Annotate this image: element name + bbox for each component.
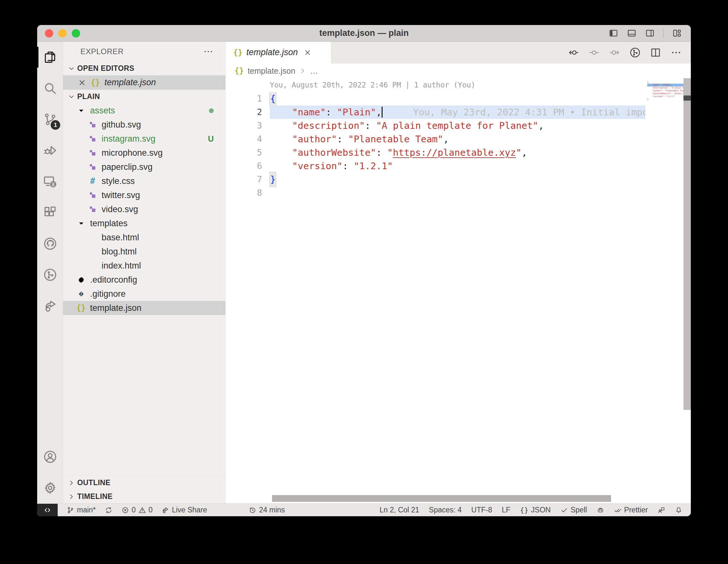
- modified-folder-badge: [209, 108, 214, 113]
- copilot-status[interactable]: [597, 506, 604, 514]
- chevron-down-icon: [68, 65, 75, 72]
- tree-item-twitter.svg[interactable]: twitter.svg: [63, 188, 225, 202]
- time-tracker-status[interactable]: 24 mins: [249, 506, 285, 514]
- code-token: "Planetable Team": [665, 89, 683, 92]
- live-share-status[interactable]: Live Share: [161, 506, 207, 514]
- tree-item-instagram.svg[interactable]: instagram.svgU: [63, 132, 225, 146]
- tree-item-blog.html[interactable]: blog.html: [63, 245, 225, 259]
- code-editor[interactable]: You, August 20th, 2022 2:46 PM | 1 autho…: [226, 78, 691, 503]
- gitlens-graph-icon[interactable]: [629, 47, 641, 58]
- tree-item-templates[interactable]: templates: [63, 216, 225, 230]
- project-section-header[interactable]: PLAIN: [63, 90, 225, 104]
- close-tab-icon[interactable]: [304, 49, 311, 56]
- eol-status[interactable]: LF: [502, 506, 510, 514]
- code-token: :: [343, 159, 354, 173]
- previous-change-icon[interactable]: [568, 47, 579, 58]
- tree-item-.editorconfig[interactable]: .editorconfig: [63, 273, 225, 287]
- split-editor-icon[interactable]: [650, 47, 661, 58]
- open-editors-header[interactable]: OPEN EDITORS: [63, 62, 225, 75]
- line-content: }: [647, 98, 649, 101]
- line-number: 6: [226, 159, 270, 173]
- breadcrumb-symbol[interactable]: …: [310, 66, 318, 76]
- git-untracked-badge: U: [208, 134, 214, 144]
- tree-item-assets[interactable]: assets: [63, 104, 225, 118]
- sync-status[interactable]: [105, 506, 112, 514]
- activity-item-source-control[interactable]: 1: [37, 104, 63, 135]
- code-token: "A plain template for Planet": [376, 119, 538, 132]
- activity-item-extensions[interactable]: [37, 197, 63, 228]
- next-change-icon[interactable]: [609, 47, 620, 58]
- text-cursor: [382, 107, 383, 118]
- language-label: JSON: [531, 506, 550, 514]
- activity-item-explorer[interactable]: [37, 42, 63, 73]
- breadcrumb[interactable]: {} template.json …: [226, 63, 691, 78]
- tree-item-label: templates: [90, 219, 128, 228]
- remote-indicator[interactable]: [37, 504, 58, 516]
- tab-template-json[interactable]: {} template.json: [226, 42, 331, 63]
- json-icon: {}: [76, 303, 86, 312]
- language-status[interactable]: {} JSON: [520, 506, 551, 514]
- tree-item-style.css[interactable]: #style.css: [63, 174, 225, 188]
- titlebar[interactable]: template.json — plain: [37, 25, 691, 42]
- warning-icon: [138, 506, 146, 514]
- activity-item-run-and-debug[interactable]: [37, 135, 63, 166]
- tree-item-template.json[interactable]: {}template.json: [63, 301, 225, 315]
- gitlens-codelens[interactable]: You, August 20th, 2022 2:46 PM | 1 autho…: [270, 81, 475, 89]
- open-editor-template-json[interactable]: {} template.json: [63, 75, 225, 90]
- minimap-line-6: "version": "1.2.1": [647, 95, 683, 98]
- vertical-scrollbar[interactable]: [683, 78, 691, 410]
- tree-item-github.svg[interactable]: github.svg: [63, 118, 225, 132]
- encoding-status[interactable]: UTF-8: [471, 506, 492, 514]
- tree-item-.gitignore[interactable]: .gitignore: [63, 287, 225, 301]
- code-token: "author": [292, 132, 337, 146]
- tree-item-base.html[interactable]: base.html: [63, 230, 225, 245]
- live-share-label: Live Share: [172, 506, 207, 514]
- activity-item-github[interactable]: [37, 228, 63, 259]
- sidebar-title: EXPLORER: [80, 47, 124, 56]
- activity-item-settings[interactable]: [37, 472, 63, 503]
- outline-section-header[interactable]: OUTLINE: [63, 476, 225, 490]
- change-icon[interactable]: [588, 47, 600, 58]
- activity-item-gitlens[interactable]: [37, 259, 63, 290]
- activity-item-search[interactable]: [37, 73, 63, 104]
- tree-item-video.svg[interactable]: video.svg: [63, 202, 225, 216]
- cursor-position-label: Ln 2, Col 21: [380, 506, 419, 514]
- indentation-status[interactable]: Spaces: 4: [429, 506, 462, 514]
- status-bar: main* 0 0 Live Share 24 mins Ln 2, Col 2…: [37, 503, 691, 516]
- horizontal-scrollbar[interactable]: [272, 495, 611, 502]
- tree-item-index.html[interactable]: index.html: [63, 259, 225, 273]
- spell-status[interactable]: Spell: [560, 506, 587, 514]
- code-token: "version": [292, 159, 343, 173]
- line-content: "version": "1.2.1": [647, 95, 675, 98]
- formatter-status[interactable]: Prettier: [614, 506, 648, 514]
- feedback-status[interactable]: [658, 506, 665, 514]
- activity-item-accounts[interactable]: [37, 441, 63, 472]
- vscode-window: template.json — plain 1 EXPLORER OPEN ED…: [37, 25, 691, 516]
- minimap[interactable]: { "name": "Plain", "description": "A pla…: [645, 78, 683, 503]
- notifications-status[interactable]: [675, 506, 683, 514]
- problems-status[interactable]: 0 0: [121, 506, 153, 514]
- breadcrumb-file[interactable]: template.json: [248, 66, 295, 76]
- close-icon[interactable]: [78, 79, 86, 87]
- timeline-section-header[interactable]: TIMELINE: [63, 490, 225, 503]
- scrollbar-thumb[interactable]: [683, 95, 691, 101]
- code-token: https://planetable.xyz: [393, 146, 516, 159]
- more-actions-icon[interactable]: [203, 46, 214, 57]
- run-and-debug-icon: [43, 143, 57, 158]
- tree-item-paperclip.svg[interactable]: paperclip.svg: [63, 160, 225, 174]
- branch-status[interactable]: main*: [67, 506, 96, 514]
- activity-item-live-share[interactable]: [37, 290, 63, 321]
- git-file-icon: [76, 290, 86, 298]
- tree-item-microphone.svg[interactable]: microphone.svg: [63, 146, 225, 160]
- cursor-position-status[interactable]: Ln 2, Col 21: [380, 506, 419, 514]
- time-tracker-label: 24 mins: [259, 506, 285, 514]
- code-token: "A plain template for Planet": [671, 87, 683, 89]
- code-token: :: [365, 119, 376, 132]
- tab-bar: {} template.json: [226, 42, 691, 63]
- activity-item-remote-explorer[interactable]: [37, 166, 63, 197]
- svg-file-icon: [87, 191, 98, 200]
- code-token: [647, 84, 652, 86]
- code-token: :: [326, 105, 337, 119]
- more-actions-icon[interactable]: [670, 47, 682, 58]
- code-line-1: 1{: [226, 92, 648, 105]
